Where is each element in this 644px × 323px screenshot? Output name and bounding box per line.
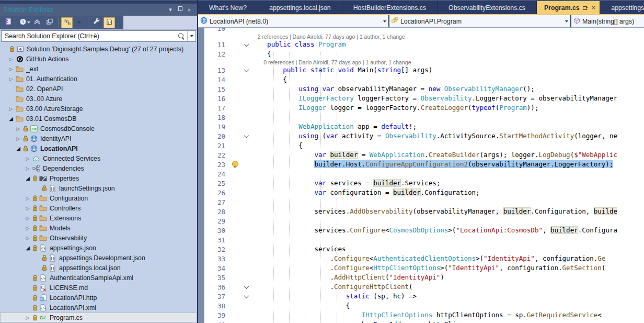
- code-line-29[interactable]: 29: [204, 216, 644, 226]
- tree-item-github-actions[interactable]: ▷GitHub Actions: [0, 54, 197, 64]
- wrench-button[interactable]: [91, 17, 102, 28]
- search-input[interactable]: Search Solution Explorer (Ctrl+è): [1, 30, 196, 42]
- tree-item-02.-openapi[interactable]: 02. OpenAPI: [0, 84, 197, 94]
- line-number[interactable]: 20: [204, 132, 228, 140]
- expand-arrow-icon[interactable]: ▷: [7, 106, 15, 112]
- tree-item-cosmosdbconsole[interactable]: ▷C#CosmosdbConsole: [0, 124, 197, 133]
- fold-toggle[interactable]: [241, 69, 251, 72]
- code-editor[interactable]: 10 2 references | Dario Airoldi, 77 days…: [204, 28, 644, 323]
- code-line-18[interactable]: 18: [204, 113, 644, 122]
- lightbulb-icon[interactable]: [232, 161, 238, 168]
- line-number[interactable]: 17: [204, 104, 228, 112]
- tree-item-observability[interactable]: ▷Observability: [0, 233, 197, 243]
- expand-arrow-icon[interactable]: ▷: [24, 216, 31, 221]
- code-line-25[interactable]: 25 var services = builder.Services;: [204, 179, 644, 188]
- tree-item-connected-services[interactable]: ▷Connected Services: [0, 153, 197, 163]
- line-number[interactable]: 36: [204, 283, 228, 291]
- tree-item-license.md[interactable]: LICENSE.md: [0, 283, 197, 293]
- type-dropdown[interactable]: LocationAPI.Program: [389, 15, 571, 27]
- line-number[interactable]: 25: [204, 180, 228, 187]
- auto-hide-pin-icon[interactable]: [175, 6, 185, 14]
- tree-item-configuration[interactable]: ▷Configuration: [0, 193, 197, 203]
- window-menu-icon[interactable]: ▾: [166, 6, 175, 13]
- tree-item-locationapi[interactable]: ◢LocationAPI: [0, 143, 197, 153]
- code-line-26[interactable]: 26 var configuration = builder.Configura…: [204, 188, 644, 197]
- expand-arrow-icon[interactable]: ▷: [24, 196, 31, 201]
- line-number[interactable]: 19: [204, 123, 228, 131]
- expand-arrow-icon[interactable]: ▷: [24, 236, 31, 241]
- search-options-dropdown[interactable]: [187, 31, 196, 41]
- dropdown-button[interactable]: [74, 17, 85, 28]
- code-line-36[interactable]: 36 .ConfigureHttpClient(: [204, 282, 644, 292]
- chevron-down-icon[interactable]: [78, 21, 81, 24]
- tree-item-03.01-cosmosdb[interactable]: ◢03.01 CosmosDB: [0, 114, 197, 124]
- code-line-39[interactable]: 39 IHttpClientOptions httpClientOptions …: [204, 310, 644, 320]
- line-number[interactable]: 35: [204, 274, 228, 282]
- line-number[interactable]: 31: [204, 236, 228, 244]
- tab-what-s-new-[interactable]: What's New?: [198, 1, 258, 14]
- tree-item-properties[interactable]: ◢Properties: [0, 173, 197, 183]
- expand-arrow-icon[interactable]: ▷: [24, 315, 31, 320]
- collapse-arrow-icon[interactable]: ◢: [24, 245, 31, 251]
- code-line-19[interactable]: 19 WebApplication app = default!;: [204, 122, 644, 131]
- line-number[interactable]: 26: [204, 189, 228, 197]
- line-number[interactable]: 24: [204, 170, 228, 178]
- fold-chevron-icon[interactable]: [244, 67, 249, 72]
- tab-program.cs[interactable]: Program.cs×: [537, 1, 600, 14]
- tree-item-solution-diginsight.samples.debug-27-of-[interactable]: Solution 'Diginsight.Samples.Debug' (27 …: [0, 44, 197, 54]
- line-number[interactable]: 28: [204, 208, 228, 216]
- tree-item-dependencies[interactable]: ▷Dependencies: [0, 163, 197, 173]
- tab-appsettings.json[interactable]: appsettings.json: [600, 1, 644, 14]
- tree-item-03..00-azure[interactable]: 03..00 Azure: [0, 94, 197, 104]
- tree-item-locationapi.http[interactable]: LocationAPI.http: [0, 293, 197, 303]
- collapse-arrow-icon[interactable]: ◢: [7, 116, 15, 121]
- collapse-all-button[interactable]: [31, 17, 43, 28]
- expand-arrow-icon[interactable]: ▷: [24, 206, 31, 211]
- fold-toggle[interactable]: [241, 43, 251, 47]
- expand-arrow-icon[interactable]: ▷: [24, 226, 31, 231]
- fold-chevron-icon[interactable]: [244, 41, 249, 47]
- expand-arrow-icon[interactable]: ▷: [24, 166, 31, 171]
- code-line-22[interactable]: 22 var builder = WebApplication.CreateBu…: [204, 150, 644, 160]
- line-number[interactable]: 14: [204, 76, 228, 84]
- line-number[interactable]: 13: [204, 66, 228, 74]
- line-number[interactable]: 10: [204, 28, 228, 32]
- codelens-row[interactable]: 0 references | Dario Airoldi, 77 days ag…: [204, 59, 644, 65]
- line-number[interactable]: 32: [204, 246, 228, 253]
- code-line-40[interactable]: 40 hc.BaseAddress = httpClien: [204, 320, 644, 323]
- tree-item-03.00-azurestorage[interactable]: ▷03.00 AzureStorage: [0, 104, 197, 114]
- line-number[interactable]: 30: [204, 227, 228, 235]
- chevron-down-icon[interactable]: [27, 21, 30, 24]
- fold-chevron-icon[interactable]: [244, 133, 249, 138]
- code-line-24[interactable]: 24: [204, 169, 644, 179]
- code-line-35[interactable]: 35 .AddHttpClient("IdentityApi"): [204, 273, 644, 282]
- line-number[interactable]: 39: [204, 311, 228, 319]
- code-line-12[interactable]: 12 {: [204, 49, 644, 59]
- line-number[interactable]: 11: [204, 41, 228, 49]
- pin-icon[interactable]: [583, 5, 588, 10]
- duplicate-view-button[interactable]: [44, 17, 55, 28]
- tree-item-appsettings.local.json[interactable]: {}appsettings.local.json: [0, 263, 197, 273]
- tree-item--ext[interactable]: ▷_ext: [0, 64, 197, 74]
- expand-arrow-icon[interactable]: ▷: [15, 126, 22, 131]
- switch-views-button[interactable]: [61, 17, 73, 28]
- code-line-31[interactable]: 31: [204, 235, 644, 244]
- tree-item-models[interactable]: ▷Models: [0, 223, 197, 233]
- fold-toggle[interactable]: [241, 295, 251, 298]
- member-dropdown[interactable]: Main(string[] args): [571, 15, 644, 27]
- expand-arrow-icon[interactable]: ▷: [24, 156, 31, 161]
- tree-item-appsettings.json[interactable]: ◢{}appsettings.json: [0, 243, 197, 253]
- tree-item-01.-authentication[interactable]: ▷01. Authentication: [0, 74, 197, 84]
- fold-toggle[interactable]: [241, 135, 251, 138]
- collapse-arrow-icon[interactable]: ◢: [15, 146, 22, 151]
- code-line-34[interactable]: 34 .Configure<HttpClientOptions>("Identi…: [204, 263, 644, 273]
- code-line-11[interactable]: 11 public class Program: [204, 40, 644, 49]
- search-icon[interactable]: [178, 32, 185, 40]
- codelens-row[interactable]: 2 references | Dario Airoldi, 77 days ag…: [204, 33, 644, 40]
- tree-item-appsettings.development.json[interactable]: {}appsettings.Development.json: [0, 253, 197, 263]
- code-line-17[interactable]: 17 ILogger logger = loggerFactory.Create…: [204, 103, 644, 113]
- line-number[interactable]: 40: [204, 321, 228, 323]
- line-number[interactable]: 15: [204, 85, 228, 93]
- fold-toggle[interactable]: [241, 285, 251, 289]
- tree-item-authenticationsampleapi.xml[interactable]: </>AuthenticationSampleApi.xml: [0, 273, 197, 283]
